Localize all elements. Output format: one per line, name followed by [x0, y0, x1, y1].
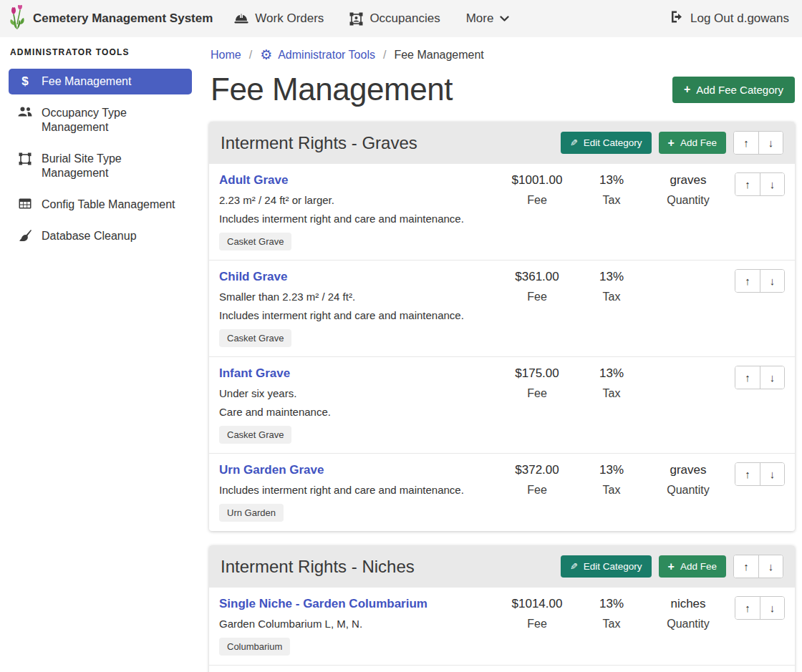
nav-more[interactable]: More: [466, 11, 510, 26]
tax-stat: 13% Tax: [574, 596, 649, 630]
move-fee-up-button[interactable]: ↑: [735, 270, 760, 292]
move-category-up-button[interactable]: ↑: [734, 132, 758, 154]
tax-label: Tax: [574, 618, 649, 630]
fee-name-link[interactable]: Child Grave: [219, 270, 287, 284]
quantity-label: Quantity: [649, 618, 728, 630]
top-navbar: Cemetery Management System Work Orders: [0, 0, 802, 37]
fee-stat: $1001.00 Fee: [500, 172, 574, 207]
fee-stats: $1001.00 Fee 13% Tax graves Quantity ↑ ↓: [500, 172, 785, 207]
app-brand[interactable]: Cemetery Management System: [9, 5, 213, 32]
breadcrumb-home-link[interactable]: Home: [211, 49, 241, 62]
fee-descriptions: Garden Columbarium L, M, N.: [219, 618, 500, 630]
table-icon: [17, 198, 33, 209]
move-fee-down-button[interactable]: ↓: [760, 270, 784, 292]
fee-row: Companion Niche - Garden Columbarium Gar…: [209, 665, 795, 672]
pencil-icon: ✎: [570, 561, 578, 572]
fee-category-card: Interment Rights - Niches ✎ Edit Categor…: [209, 545, 795, 672]
logout-icon: [670, 11, 684, 26]
quantity-value: graves: [649, 463, 728, 477]
fee-description: Under six years.: [219, 387, 500, 399]
edit-category-button[interactable]: ✎ Edit Category: [561, 555, 652, 578]
edit-category-button[interactable]: ✎ Edit Category: [561, 132, 652, 154]
nav-label: Work Orders: [255, 11, 324, 26]
fee-type-badge: Casket Grave: [219, 233, 291, 250]
quantity-stat: graves Quantity: [649, 172, 728, 207]
breadcrumb-separator: /: [249, 49, 252, 62]
fee-label: Fee: [500, 194, 574, 207]
fee-description: Includes interment right and care and ma…: [219, 309, 500, 321]
move-category-down-button[interactable]: ↓: [758, 555, 783, 578]
add-fee-category-button[interactable]: + Add Fee Category: [672, 77, 795, 103]
fee-label: Fee: [500, 618, 574, 630]
fee-description: Care and maintenance.: [219, 406, 500, 418]
nav-label: More: [466, 11, 494, 26]
quantity-stat: niches Quantity: [649, 596, 728, 630]
hard-hat-icon: [234, 13, 248, 24]
category-header: Interment Rights - Niches ✎ Edit Categor…: [209, 545, 795, 588]
move-fee-up-button[interactable]: ↑: [735, 173, 760, 195]
move-fee-up-button[interactable]: ↑: [735, 597, 760, 619]
fee-name-link[interactable]: Urn Garden Grave: [219, 463, 324, 477]
tax-amount: 13%: [574, 366, 649, 381]
nav-occupancies[interactable]: Occupancies: [349, 11, 440, 26]
fee-list: Single Niche - Garden Columbarium Garden…: [209, 588, 795, 672]
sidebar-item-label: Database Cleanup: [42, 229, 137, 243]
fee-name-link[interactable]: Single Niche - Garden Columbarium: [219, 597, 427, 611]
fee-descriptions: Under six years.Care and maintenance.: [219, 387, 500, 418]
gear-icon: ⚙: [260, 49, 272, 61]
move-fee-up-button[interactable]: ↑: [735, 366, 760, 389]
fee-reorder-group: ↑ ↓: [735, 462, 785, 486]
sidebar-item-fee-management[interactable]: $ Fee Management: [9, 69, 192, 94]
tax-label: Tax: [574, 291, 649, 303]
tax-amount: 13%: [574, 463, 649, 477]
fee-name-link[interactable]: Adult Grave: [219, 173, 288, 188]
fee-amount: $361.00: [500, 270, 574, 284]
add-fee-button[interactable]: + Add Fee: [659, 132, 726, 154]
tax-stat: 13% Tax: [574, 269, 649, 303]
move-fee-down-button[interactable]: ↓: [760, 463, 784, 485]
fee-row: Urn Garden Grave Includes interment righ…: [209, 453, 795, 531]
fee-type-badge: Urn Garden: [219, 504, 284, 522]
fee-name-link[interactable]: Infant Grave: [219, 366, 290, 381]
fee-stat: $361.00 Fee: [500, 269, 574, 303]
move-fee-down-button[interactable]: ↓: [760, 597, 784, 619]
fee-descriptions: 2.23 m² / 24 ft² or larger.Includes inte…: [219, 194, 500, 225]
add-fee-button[interactable]: + Add Fee: [659, 555, 726, 578]
fee-description: 2.23 m² / 24 ft² or larger.: [219, 194, 500, 206]
category-title: Interment Rights - Graves: [221, 133, 417, 153]
sidebar-item-burial-site-type-management[interactable]: Burial Site Type Management: [9, 146, 192, 186]
fee-stats: $175.00 Fee 13% Tax ↑ ↓: [500, 366, 785, 400]
add-fee-category-label: Add Fee Category: [696, 84, 783, 96]
fee-stats: $1014.00 Fee 13% Tax niches Quantity ↑ ↓: [500, 596, 785, 630]
move-fee-up-button[interactable]: ↑: [735, 463, 760, 485]
edit-category-label: Edit Category: [584, 561, 642, 572]
breadcrumb-admin-tools-link[interactable]: ⚙ Administrator Tools: [260, 49, 375, 62]
fee-stat: $1014.00 Fee: [500, 596, 574, 630]
fee-description: Smaller than 2.23 m² / 24 ft².: [219, 291, 500, 303]
move-category-down-button[interactable]: ↓: [758, 132, 783, 154]
fee-amount: $372.00: [500, 463, 574, 477]
logout-button[interactable]: Log Out d.gowans: [670, 11, 789, 26]
move-fee-down-button[interactable]: ↓: [760, 366, 784, 389]
move-category-up-button[interactable]: ↑: [734, 555, 758, 578]
sidebar-item-database-cleanup[interactable]: Database Cleanup: [9, 223, 192, 249]
fee-type-badge: Casket Grave: [219, 426, 291, 444]
fee-reorder-group: ↑ ↓: [735, 596, 785, 620]
quantity-stat: [649, 269, 728, 276]
sidebar-item-occupancy-type-management[interactable]: Occupancy Type Management: [9, 100, 192, 140]
fee-reorder-group: ↑ ↓: [735, 172, 785, 196]
plus-icon: +: [684, 84, 690, 94]
breadcrumb-separator: /: [383, 49, 386, 62]
move-fee-down-button[interactable]: ↓: [760, 173, 784, 195]
fee-amount: $1014.00: [500, 597, 574, 611]
main-content: Home / ⚙ Administrator Tools / Fee Manag…: [200, 37, 802, 672]
breadcrumb-current: Fee Management: [394, 49, 483, 62]
add-fee-label: Add Fee: [680, 561, 717, 572]
nav-work-orders[interactable]: Work Orders: [234, 11, 324, 26]
main-nav: Work Orders Occupancies More: [234, 11, 509, 26]
broom-icon: [17, 230, 33, 242]
fee-details: Child Grave Smaller than 2.23 m² / 24 ft…: [219, 269, 500, 347]
tulip-logo-icon: [9, 5, 26, 32]
sidebar-item-config-table-management[interactable]: Config Table Management: [9, 192, 192, 218]
fee-row: Single Niche - Garden Columbarium Garden…: [209, 588, 795, 665]
